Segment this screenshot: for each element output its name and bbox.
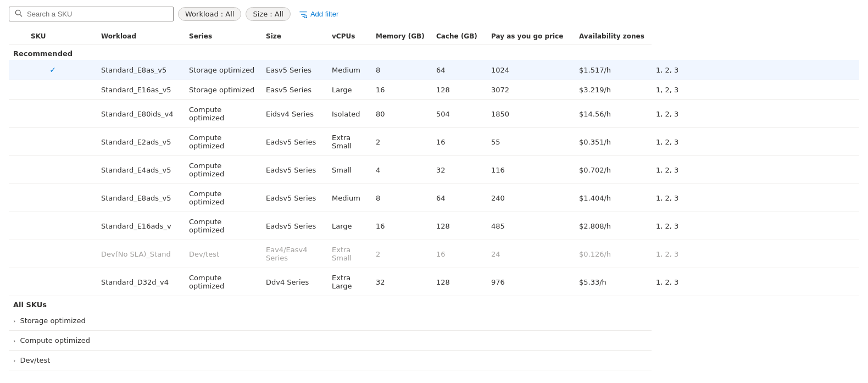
search-icon [15,9,23,19]
chevron-right-icon: › [13,318,15,325]
cell-memory: 64 [432,184,487,212]
cell-series: Eadsv5 Series [261,212,327,240]
sku-table: SKU Workload Series Size vCPUs Memory (G… [9,28,859,370]
table-row[interactable]: ✓Standard_E8as_v5Storage optimizedEasv5 … [9,60,859,80]
cell-workload: Storage optimized [185,60,261,80]
group-row[interactable]: ›Storage optimized [9,311,859,331]
cell-sku: Dev(No SLA)_Stand [97,240,185,268]
table-row[interactable]: Standard_E8ads_v5Compute optimizedEadsv5… [9,184,859,212]
table-row[interactable]: Standard_E16ads_vCompute optimizedEadsv5… [9,212,859,240]
cell-vcpus: 80 [371,100,432,128]
row-check [9,128,97,156]
col-header-workload: Workload [97,28,185,45]
col-header-cache: Cache (GB) [432,28,487,45]
cell-zones: 1, 2, 3 [652,128,859,156]
cell-price: $3.219/h [575,80,652,100]
table-row[interactable]: Standard_E2ads_v5Compute optimizedEadsv5… [9,128,859,156]
cell-sku: Standard_D32d_v4 [97,268,185,296]
cell-zones: 1, 2, 3 [652,184,859,212]
cell-vcpus: 2 [371,128,432,156]
col-header-zones: Availability zones [575,28,652,45]
cell-size: Extra Small [327,128,371,156]
workload-filter-chip[interactable]: Workload : All [178,7,241,21]
cell-workload: Compute optimized [185,212,261,240]
cell-series: Easv5 Series [261,60,327,80]
svg-line-1 [20,14,22,16]
size-filter-label: Size : All [253,10,283,18]
cell-sku: Standard_E2ads_v5 [97,128,185,156]
cell-price: $5.33/h [575,268,652,296]
cell-series: Eadsv5 Series [261,128,327,156]
cell-workload: Compute optimized [185,184,261,212]
cell-size: Large [327,80,371,100]
col-header-series: Series [185,28,261,45]
col-header-vcpus: vCPUs [327,28,371,45]
cell-sku: Standard_E16ads_v [97,212,185,240]
cell-cache: 55 [487,128,575,156]
cell-sku: Standard_E16as_v5 [97,80,185,100]
cell-vcpus: 32 [371,268,432,296]
cell-vcpus: 16 [371,212,432,240]
table-header: SKU Workload Series Size vCPUs Memory (G… [9,28,859,45]
cell-memory: 128 [432,212,487,240]
cell-series: Ddv4 Series [261,268,327,296]
cell-zones: 1, 2, 3 [652,100,859,128]
col-header-memory: Memory (GB) [371,28,432,45]
cell-cache: 1850 [487,100,575,128]
table-row[interactable]: Standard_E16as_v5Storage optimizedEasv5 … [9,80,859,100]
cell-memory: 16 [432,240,487,268]
section-all-skus: All SKUs [9,296,859,312]
cell-workload: Compute optimized [185,100,261,128]
cell-size: Large [327,212,371,240]
table-row[interactable]: Standard_D32d_v4Compute optimizedDdv4 Se… [9,268,859,296]
table-row[interactable]: Standard_E4ads_v5Compute optimizedEadsv5… [9,156,859,184]
table-body: Recommended✓Standard_E8as_v5Storage opti… [9,45,859,370]
group-row[interactable]: ›Compute optimized [9,331,859,351]
group-label: ›Dev/test [9,351,652,370]
cell-vcpus: 16 [371,80,432,100]
chevron-right-icon: › [13,357,15,364]
add-filter-icon [299,10,307,18]
cell-price: $14.56/h [575,100,652,128]
footer: Apply Azure Data Explorer cost estimator [9,379,859,383]
cell-price: $1.517/h [575,60,652,80]
section-recommended: Recommended [9,45,859,60]
cell-zones: 1, 2, 3 [652,80,859,100]
cell-price: $0.702/h [575,156,652,184]
col-header-sku: SKU [9,28,97,45]
cell-memory: 32 [432,156,487,184]
cell-size: Extra Small [327,240,371,268]
table-row[interactable]: Standard_E80ids_v4Compute optimizedEidsv… [9,100,859,128]
cell-vcpus: 4 [371,156,432,184]
cell-sku: Standard_E80ids_v4 [97,100,185,128]
col-header-size: Size [261,28,327,45]
row-check [9,268,97,296]
cell-memory: 64 [432,60,487,80]
cell-price: $0.351/h [575,128,652,156]
cell-zones: 1, 2, 3 [652,240,859,268]
add-filter-button[interactable]: Add filter [295,8,343,20]
cell-workload: Compute optimized [185,128,261,156]
cell-size: Medium [327,60,371,80]
cell-zones: 1, 2, 3 [652,268,859,296]
cell-zones: 1, 2, 3 [652,156,859,184]
cell-memory: 128 [432,80,487,100]
group-label: ›Compute optimized [9,331,652,351]
workload-filter-label: Workload : All [185,10,234,18]
cell-series: Eadsv5 Series [261,184,327,212]
cell-cache: 116 [487,156,575,184]
cell-size: Isolated [327,100,371,128]
cell-zones: 1, 2, 3 [652,212,859,240]
search-box[interactable] [9,7,174,21]
row-check [9,184,97,212]
table-row[interactable]: Dev(No SLA)_StandDev/testEav4/Easv4 Seri… [9,240,859,268]
search-input[interactable] [27,10,168,18]
size-filter-chip[interactable]: Size : All [246,7,290,21]
toolbar: Workload : All Size : All Add filter [9,7,859,21]
cell-zones: 1, 2, 3 [652,60,859,80]
cell-vcpus: 2 [371,240,432,268]
row-check [9,80,97,100]
group-row[interactable]: ›Dev/test [9,351,859,370]
group-label: ›Storage optimized [9,311,652,331]
cell-vcpus: 8 [371,60,432,80]
